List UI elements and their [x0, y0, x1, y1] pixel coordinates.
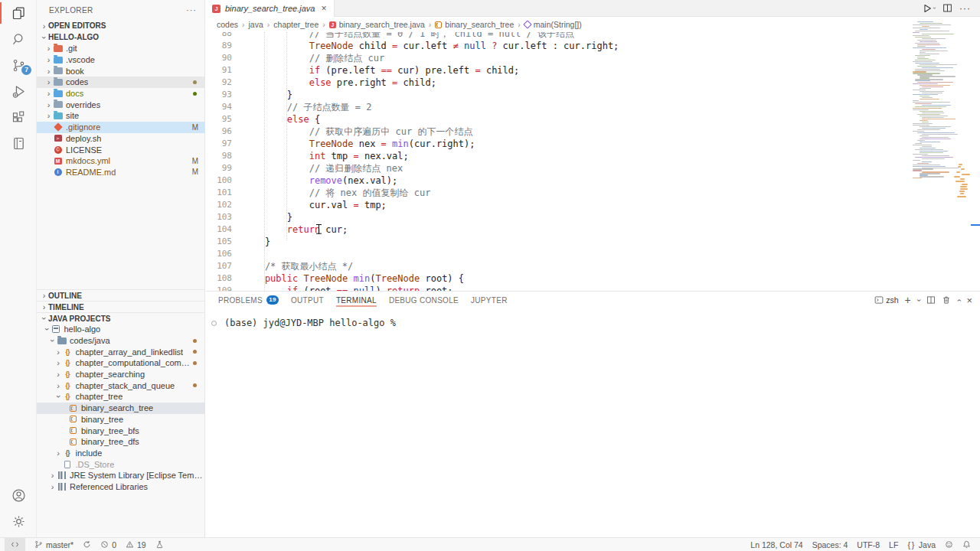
- chevron-right-icon[interactable]: ›: [48, 471, 57, 480]
- tree-item-chapter_stack_and_queue[interactable]: ›{}chapter_stack_and_queue: [37, 380, 204, 391]
- code-line-98[interactable]: 98int tmp = nex.val;: [206, 150, 911, 162]
- code-line-89[interactable]: 89TreeNode child = cur.left ≠ null ? cur…: [206, 40, 911, 52]
- tree-item-JRE-System-Library--Eclipse-Temurin-17--17-[interactable]: ›JRE System Library [Eclipse Temurin 17 …: [37, 470, 204, 481]
- notebook-icon[interactable]: [0, 130, 37, 156]
- tree-item-LICENSE[interactable]: ©LICENSE: [37, 144, 204, 155]
- tree-item-binary_tree_bfs[interactable]: binary_tree_bfs: [37, 425, 204, 436]
- status-notifications[interactable]: [962, 540, 971, 549]
- breadcrumb-item-1[interactable]: java: [249, 20, 263, 29]
- extensions-icon[interactable]: [0, 104, 37, 130]
- tab-close-icon[interactable]: ×: [319, 3, 328, 14]
- code-line-107[interactable]: 107/* 获取最小结点 */: [206, 260, 911, 272]
- java-projects-section[interactable]: › JAVA PROJECTS: [37, 312, 204, 324]
- chevron-right-icon[interactable]: ›: [44, 89, 53, 98]
- chevron-right-icon[interactable]: ›: [44, 111, 53, 120]
- tree-item-chapter_array_and_linkedlist[interactable]: ›{}chapter_array_and_linkedlist: [37, 346, 204, 357]
- source-control-icon[interactable]: 7: [0, 52, 37, 78]
- breadcrumb-item-0[interactable]: codes: [217, 20, 238, 29]
- status-cursor-position[interactable]: Ln 128, Col 74: [750, 540, 802, 549]
- chevron-right-icon[interactable]: ›: [54, 358, 63, 367]
- code-line-94[interactable]: 94// 子结点数量 = 2: [206, 101, 911, 113]
- code-line-102[interactable]: 102cur.val = tmp;: [206, 199, 911, 211]
- new-terminal-button[interactable]: +: [905, 294, 911, 306]
- code-line-109[interactable]: 109if (root == null) return root;: [206, 285, 911, 291]
- split-editor-button[interactable]: [942, 3, 952, 13]
- minimap[interactable]: [911, 21, 971, 291]
- tree-item-binary_tree_dfs[interactable]: binary_tree_dfs: [37, 436, 204, 448]
- tree-item-.DS_Store[interactable]: .DS_Store: [37, 458, 204, 470]
- tree-item-codes-java[interactable]: ›codes/java: [37, 335, 204, 347]
- chevron-right-icon[interactable]: ›: [44, 77, 53, 86]
- terminal[interactable]: (base) jyd@JYD-MBP hello-algo %: [206, 308, 980, 537]
- maximize-panel-icon[interactable]: ›: [955, 298, 963, 301]
- tree-item-docs[interactable]: ›docs: [37, 88, 204, 99]
- status-eol[interactable]: LF: [889, 540, 898, 549]
- tree-item-binary_tree[interactable]: binary_tree: [37, 414, 204, 425]
- run-java-button[interactable]: ›: [922, 3, 936, 14]
- tree-item-deploy.sh[interactable]: >deploy.sh: [37, 133, 204, 145]
- code-line-93[interactable]: 93}: [206, 89, 911, 101]
- explorer-icon[interactable]: [0, 0, 37, 26]
- code-editor[interactable]: 88// 当子结点数量 = 0 / 1 时， child = null / 该子…: [206, 32, 911, 291]
- chevron-down-icon[interactable]: ›: [42, 325, 51, 334]
- code-line-100[interactable]: 100remove(nex.val);: [206, 174, 911, 187]
- account-icon[interactable]: [0, 482, 37, 508]
- panel-tab-terminal[interactable]: TERMINAL: [336, 292, 377, 308]
- tree-item-book[interactable]: ›book: [37, 65, 204, 77]
- explorer-more-button[interactable]: ···: [186, 5, 197, 15]
- code-line-95[interactable]: 95else {: [206, 113, 911, 126]
- search-icon[interactable]: [0, 26, 37, 52]
- tree-item-.git[interactable]: ›.git: [37, 43, 204, 54]
- breadcrumb-item-3[interactable]: Jbinary_search_tree.java: [329, 20, 425, 29]
- tree-item-include[interactable]: ›{}include: [37, 448, 204, 459]
- status-remote-indicator[interactable]: [5, 538, 25, 551]
- panel-tab-problems[interactable]: PROBLEMS19: [218, 292, 279, 308]
- code-line-108[interactable]: 108public TreeNode min(TreeNode root) {: [206, 272, 911, 285]
- tree-item-chapter_searching[interactable]: ›{}chapter_searching: [37, 369, 204, 380]
- code-line-99[interactable]: 99// 递归删除结点 nex: [206, 162, 911, 174]
- root-folder-section[interactable]: › HELLO-ALGO: [37, 31, 204, 43]
- code-line-103[interactable]: 103}: [206, 211, 911, 223]
- panel-tab-debug-console[interactable]: DEBUG CONSOLE: [389, 292, 459, 308]
- code-line-106[interactable]: 106: [206, 248, 911, 260]
- status-indentation[interactable]: Spaces: 4: [812, 540, 848, 549]
- status-problems-warnings[interactable]: 19: [126, 540, 146, 549]
- chevron-right-icon[interactable]: ›: [44, 67, 53, 76]
- split-terminal-button[interactable]: [926, 295, 936, 305]
- chevron-right-icon[interactable]: ›: [54, 381, 63, 390]
- outline-section[interactable]: › OUTLINE: [37, 289, 204, 301]
- terminal-shell-selector[interactable]: zsh: [874, 295, 898, 305]
- code-line-96[interactable]: 96// 获取中序遍历中 cur 的下一个结点: [206, 126, 911, 138]
- breadcrumb-item-4[interactable]: binary_search_tree: [435, 20, 514, 29]
- status-problems-errors[interactable]: 0: [100, 540, 116, 549]
- breadcrumb-item-2[interactable]: chapter_tree: [273, 20, 318, 29]
- tree-item-README.md[interactable]: iREADME.mdM: [37, 167, 204, 178]
- code-line-90[interactable]: 90// 删除结点 cur: [206, 52, 911, 64]
- status-language-mode[interactable]: { }Java: [907, 540, 936, 549]
- code-line-88[interactable]: 88// 当子结点数量 = 0 / 1 时， child = null / 该子…: [206, 32, 911, 40]
- overview-ruler[interactable]: [971, 17, 980, 291]
- tree-item-overrides[interactable]: ›overrides: [37, 99, 204, 110]
- chevron-right-icon[interactable]: ›: [48, 482, 57, 491]
- chevron-down-icon[interactable]: ›: [48, 337, 57, 345]
- code-line-92[interactable]: 92else pre.right = child;: [206, 77, 911, 89]
- code-line-105[interactable]: 105}: [206, 236, 911, 248]
- kill-terminal-icon[interactable]: [942, 295, 951, 305]
- status-debug-launch[interactable]: [155, 540, 164, 549]
- breadcrumb-item-5[interactable]: main(String[]): [524, 20, 582, 29]
- run-and-debug-icon[interactable]: [0, 78, 37, 104]
- tree-item-chapter_tree[interactable]: ›{}chapter_tree: [37, 391, 204, 403]
- tab-binary-search-tree[interactable]: J binary_search_tree.java ×: [206, 0, 335, 17]
- tree-item-.vscode[interactable]: ›.vscode: [37, 54, 204, 66]
- timeline-section[interactable]: › TIMELINE: [37, 301, 204, 312]
- status-feedback[interactable]: [945, 540, 953, 549]
- tree-item-hello-algo[interactable]: ›hello-algo: [37, 324, 204, 335]
- close-panel-icon[interactable]: ×: [966, 295, 972, 306]
- tree-item-site[interactable]: ›site: [37, 110, 204, 122]
- chevron-right-icon[interactable]: ›: [54, 448, 63, 458]
- chevron-right-icon[interactable]: ›: [44, 44, 53, 53]
- panel-tab-output[interactable]: OUTPUT: [291, 292, 324, 308]
- terminal-dropdown-icon[interactable]: ›: [915, 298, 923, 301]
- code-line-97[interactable]: 97TreeNode nex = min(cur.right);: [206, 138, 911, 150]
- chevron-down-icon[interactable]: ›: [54, 393, 63, 401]
